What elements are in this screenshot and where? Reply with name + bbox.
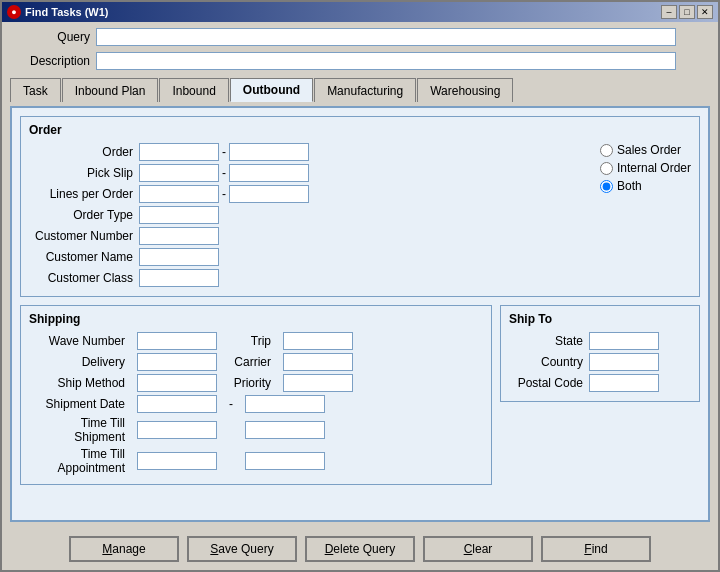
maximize-button[interactable]: □ <box>679 5 695 19</box>
order-row-pickslip: Pick Slip - <box>29 164 590 182</box>
title-controls: – □ ✕ <box>661 5 713 19</box>
pickslip-input-to[interactable] <box>229 164 309 182</box>
radio-both-input[interactable] <box>600 180 613 193</box>
ship-row-state: State <box>509 332 691 350</box>
ship-to-title: Ship To <box>509 312 691 326</box>
shp-label-appointment: Time Till Appointment <box>29 447 129 475</box>
lines-input-from[interactable] <box>139 185 219 203</box>
order-fields: Order - Pick Slip - <box>29 143 590 290</box>
shp-row-delivery: Delivery Carrier <box>29 353 483 371</box>
shp-label-trip: Trip <box>225 334 275 348</box>
appointment-input[interactable] <box>137 452 217 470</box>
state-input[interactable] <box>589 332 659 350</box>
main-content: Query Description Task Inbound Plan Inbo… <box>2 22 718 528</box>
shipping-section-title: Shipping <box>29 312 483 326</box>
pickslip-input-from[interactable] <box>139 164 219 182</box>
radio-sales-order: Sales Order <box>600 143 691 157</box>
clear-label: Clear <box>464 542 493 556</box>
trip-input[interactable] <box>283 332 353 350</box>
order-section: Order Order - Pick Slip <box>20 116 700 297</box>
wave-input[interactable] <box>137 332 217 350</box>
shp-label-shipdate: Shipment Date <box>29 397 129 411</box>
shipmethod-input[interactable] <box>137 374 217 392</box>
order-input-from[interactable] <box>139 143 219 161</box>
shipping-section: Shipping Wave Number Trip Delivery Carri… <box>20 305 492 485</box>
tabs-container: Task Inbound Plan Inbound Outbound Manuf… <box>10 78 710 102</box>
shp-label-delivery: Delivery <box>29 355 129 369</box>
find-label: Find <box>584 542 607 556</box>
order-label-custname: Customer Name <box>29 250 139 264</box>
save-query-button[interactable]: Save Query <box>187 536 297 562</box>
delete-query-label: Delete Query <box>325 542 396 556</box>
title-bar-left: ● Find Tasks (W1) <box>7 5 109 19</box>
bottom-bar: Manage Save Query Delete Query Clear Fin… <box>2 528 718 570</box>
order-row-custnum: Customer Number <box>29 227 590 245</box>
order-input-to[interactable] <box>229 143 309 161</box>
find-button[interactable]: Find <box>541 536 651 562</box>
tab-panel-outbound: Order Order - Pick Slip <box>10 106 710 522</box>
clear-button[interactable]: Clear <box>423 536 533 562</box>
query-row: Query <box>10 28 710 46</box>
tab-outbound[interactable]: Outbound <box>230 78 313 102</box>
query-input[interactable] <box>96 28 676 46</box>
country-input[interactable] <box>589 353 659 371</box>
shp-label-wave: Wave Number <box>29 334 129 348</box>
shp-label-timetill: Time Till Shipment <box>29 416 129 444</box>
save-query-label: Save Query <box>210 542 273 556</box>
radio-internal-order: Internal Order <box>600 161 691 175</box>
ship-row-postal: Postal Code <box>509 374 691 392</box>
appointment-to-input[interactable] <box>245 452 325 470</box>
radio-both: Both <box>600 179 691 193</box>
lines-input-to[interactable] <box>229 185 309 203</box>
main-window: ● Find Tasks (W1) – □ ✕ Query Descriptio… <box>0 0 720 572</box>
shp-row-timetill: Time Till Shipment - <box>29 416 483 444</box>
shp-row-appointment: Time Till Appointment - <box>29 447 483 475</box>
minimize-button[interactable]: – <box>661 5 677 19</box>
tab-task[interactable]: Task <box>10 78 61 102</box>
postal-input[interactable] <box>589 374 659 392</box>
radio-both-label: Both <box>617 179 642 193</box>
timetill-to-input[interactable] <box>245 421 325 439</box>
shp-label-carrier: Carrier <box>225 355 275 369</box>
delete-query-button[interactable]: Delete Query <box>305 536 415 562</box>
custclass-input[interactable] <box>139 269 219 287</box>
shp-row-shipmethod: Ship Method Priority <box>29 374 483 392</box>
priority-input[interactable] <box>283 374 353 392</box>
custname-input[interactable] <box>139 248 219 266</box>
description-row: Description <box>10 52 710 70</box>
order-row-lines: Lines per Order - <box>29 185 590 203</box>
manage-button[interactable]: Manage <box>69 536 179 562</box>
radio-internal-order-input[interactable] <box>600 162 613 175</box>
query-label: Query <box>10 30 90 44</box>
ship-label-state: State <box>509 334 589 348</box>
order-section-inner: Order - Pick Slip - <box>29 143 691 290</box>
close-button[interactable]: ✕ <box>697 5 713 19</box>
shipdate-to-input[interactable] <box>245 395 325 413</box>
ship-row-country: Country <box>509 353 691 371</box>
shipdate-from-input[interactable] <box>137 395 217 413</box>
description-input[interactable] <box>96 52 676 70</box>
dash-shipdate: - <box>229 397 233 411</box>
ordertype-input[interactable] <box>139 206 219 224</box>
radio-sales-order-input[interactable] <box>600 144 613 157</box>
tab-inbound-plan[interactable]: Inbound Plan <box>62 78 159 102</box>
dash-pickslip: - <box>222 166 226 180</box>
tab-manufacturing[interactable]: Manufacturing <box>314 78 416 102</box>
manage-label: Manage <box>102 542 145 556</box>
ship-label-country: Country <box>509 355 589 369</box>
tab-warehousing[interactable]: Warehousing <box>417 78 513 102</box>
carrier-input[interactable] <box>283 353 353 371</box>
app-icon: ● <box>7 5 21 19</box>
description-label: Description <box>10 54 90 68</box>
order-row-order: Order - <box>29 143 590 161</box>
shp-row-wave: Wave Number Trip <box>29 332 483 350</box>
order-label-custnum: Customer Number <box>29 229 139 243</box>
shp-label-shipmethod: Ship Method <box>29 376 129 390</box>
order-radio-group: Sales Order Internal Order Both <box>600 143 691 290</box>
custnum-input[interactable] <box>139 227 219 245</box>
delivery-input[interactable] <box>137 353 217 371</box>
ship-to-section: Ship To State Country Postal Code <box>500 305 700 402</box>
tab-inbound[interactable]: Inbound <box>159 78 228 102</box>
timetill-input[interactable] <box>137 421 217 439</box>
order-label-order: Order <box>29 145 139 159</box>
